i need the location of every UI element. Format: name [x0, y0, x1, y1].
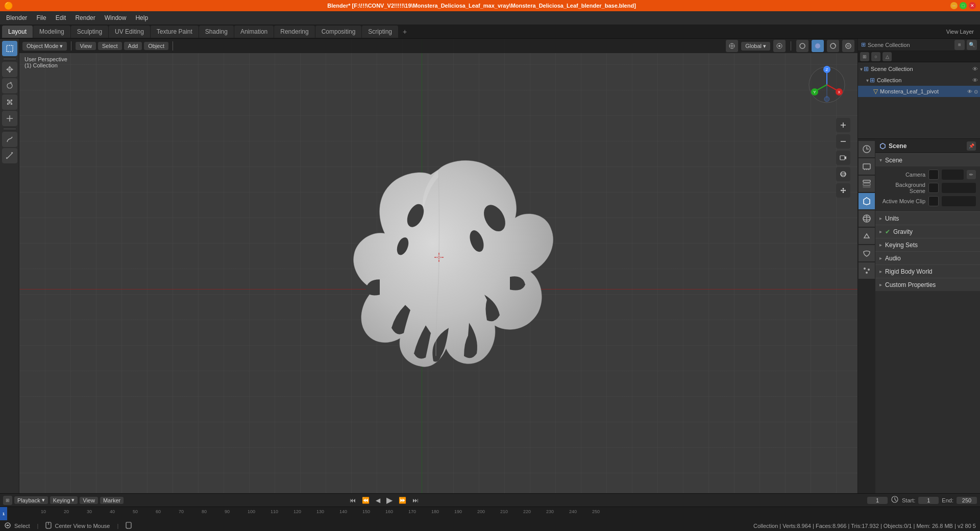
- tab-compositing[interactable]: Compositing: [315, 26, 362, 38]
- timeline-mode-button[interactable]: ⊞: [3, 496, 12, 505]
- gravity-checkbox[interactable]: ✔: [885, 228, 890, 235]
- tab-layout[interactable]: Layout: [2, 26, 33, 38]
- outliner-collection[interactable]: ▾ ⊞ Collection 👁: [858, 75, 980, 86]
- outliner-object-row[interactable]: ▽ Monstera_Leaf_1_pivot 👁 ⊙: [858, 86, 980, 97]
- close-button[interactable]: ✕: [969, 2, 976, 9]
- zoom-out-button[interactable]: [836, 134, 850, 149]
- select-tool-button[interactable]: [2, 41, 17, 56]
- step-back-button[interactable]: ⏪: [360, 496, 371, 504]
- solid-shading-button[interactable]: [812, 40, 824, 52]
- zoom-in-button[interactable]: [836, 118, 850, 132]
- gravity-section-header[interactable]: ▸ ✔ Gravity: [875, 225, 980, 238]
- menu-file[interactable]: File: [32, 13, 50, 23]
- movie-clip-swatch[interactable]: [928, 196, 939, 206]
- minimize-button[interactable]: ─: [950, 2, 958, 9]
- outliner-filter-button[interactable]: ≡: [954, 40, 965, 50]
- camera-edit-button[interactable]: ✏: [967, 170, 976, 179]
- svg-point-45: [864, 268, 866, 270]
- outliner-scene-collection[interactable]: ▾ ⊞ Scene Collection 👁: [858, 63, 980, 75]
- object-menu-button[interactable]: Object: [144, 42, 168, 50]
- filter-all-button[interactable]: ⊞: [860, 52, 869, 61]
- orbit-button[interactable]: [836, 167, 850, 181]
- scene-section-header[interactable]: ▾ Scene: [875, 153, 980, 166]
- keying-sets-section-header[interactable]: ▸ Keying Sets: [875, 238, 980, 251]
- prop-tab-scene[interactable]: [859, 193, 875, 209]
- rotate-tool-button[interactable]: [2, 78, 17, 93]
- transform-space-button[interactable]: Global ▾: [741, 42, 770, 51]
- tab-animation[interactable]: Animation: [234, 26, 274, 38]
- play-button[interactable]: ▶: [385, 495, 394, 505]
- tab-modeling[interactable]: Modeling: [33, 26, 70, 38]
- camera-view-button[interactable]: [836, 151, 850, 165]
- transform-tool-button[interactable]: [2, 111, 17, 126]
- object-render-icon[interactable]: ⊙: [974, 89, 978, 94]
- rigid-body-world-section-header[interactable]: ▸ Rigid Body World: [875, 264, 980, 278]
- material-shading-button[interactable]: [827, 40, 839, 52]
- play-back-button[interactable]: ◀: [374, 496, 382, 504]
- scale-tool-button[interactable]: [2, 94, 17, 110]
- collection-vis[interactable]: 👁: [972, 77, 978, 83]
- maximize-button[interactable]: □: [960, 2, 967, 9]
- camera-row: Camera ✏: [879, 170, 976, 180]
- menu-window[interactable]: Window: [101, 13, 131, 23]
- prop-tab-view-layer[interactable]: [859, 176, 875, 192]
- tab-sculpting[interactable]: Sculpting: [71, 26, 108, 38]
- bg-scene-value[interactable]: [942, 183, 976, 193]
- movie-clip-value[interactable]: [942, 196, 976, 206]
- tab-texture-paint[interactable]: Texture Paint: [151, 26, 199, 38]
- custom-props-section-header[interactable]: ▸ Custom Properties: [875, 278, 980, 291]
- menu-edit[interactable]: Edit: [52, 13, 70, 23]
- bg-scene-swatch[interactable]: [928, 183, 939, 193]
- select-menu-button[interactable]: Select: [98, 42, 122, 50]
- outliner-search-button[interactable]: 🔍: [967, 40, 977, 50]
- viewport-snap-button[interactable]: [726, 40, 738, 52]
- timeline-ruler[interactable]: 1 10 20 30 40 50 60 70 80 90 100 110 120…: [0, 507, 980, 520]
- menu-help[interactable]: Help: [131, 13, 152, 23]
- navigation-gizmo[interactable]: Z X Y: [806, 64, 847, 115]
- end-frame-field[interactable]: 250: [957, 497, 977, 504]
- go-to-end-button[interactable]: ⏭: [411, 496, 420, 504]
- add-workspace-button[interactable]: +: [399, 26, 411, 38]
- prop-tab-render[interactable]: [859, 141, 875, 157]
- add-menu-button[interactable]: Add: [124, 42, 142, 50]
- view-menu-button[interactable]: View: [76, 42, 96, 50]
- proportional-edit-button[interactable]: [773, 40, 786, 52]
- tab-rendering[interactable]: Rendering: [274, 26, 314, 38]
- tab-shading[interactable]: Shading: [199, 26, 234, 38]
- tab-scripting[interactable]: Scripting: [362, 26, 398, 38]
- annotate-tool-button[interactable]: [2, 132, 17, 147]
- camera-value[interactable]: [942, 170, 964, 180]
- menu-blender[interactable]: Blender: [2, 13, 31, 23]
- mode-select-button[interactable]: Object Mode ▾: [22, 42, 67, 51]
- object-vis-icon[interactable]: 👁: [967, 89, 972, 94]
- marker-menu-button[interactable]: Marker: [100, 497, 124, 504]
- menu-render[interactable]: Render: [71, 13, 99, 23]
- keying-menu-button[interactable]: Keying ▾: [50, 496, 78, 504]
- audio-section-header[interactable]: ▸ Audio: [875, 251, 980, 264]
- wireframe-shading-button[interactable]: [796, 40, 808, 52]
- prop-tab-object[interactable]: [859, 228, 875, 244]
- prop-tab-output[interactable]: [859, 158, 875, 175]
- playback-menu-button[interactable]: Playback ▾: [14, 496, 48, 504]
- rendered-shading-button[interactable]: [842, 40, 854, 52]
- filter-objects-button[interactable]: ○: [871, 52, 880, 61]
- viewport[interactable]: Object Mode ▾ View Select Add Object Glo…: [19, 39, 857, 493]
- view-menu-button-tl[interactable]: View: [80, 497, 98, 504]
- pan-button[interactable]: [836, 183, 850, 198]
- prop-tab-particles[interactable]: [859, 262, 875, 279]
- go-to-start-button[interactable]: ⏮: [348, 496, 357, 504]
- filter-mesh-button[interactable]: △: [883, 52, 892, 61]
- step-forward-button[interactable]: ⏩: [397, 496, 408, 504]
- prop-tab-modifiers[interactable]: [859, 245, 875, 261]
- camera-swatch[interactable]: [928, 170, 939, 180]
- prop-pin-button[interactable]: 📌: [967, 141, 976, 151]
- tab-uv-editing[interactable]: UV Editing: [109, 26, 150, 38]
- current-frame-field[interactable]: 1: [867, 497, 888, 504]
- frame-1-marker[interactable]: 1: [0, 507, 7, 520]
- scene-collection-vis[interactable]: 👁: [972, 66, 978, 72]
- units-section-header[interactable]: ▸ Units: [875, 211, 980, 225]
- start-frame-field[interactable]: 1: [918, 497, 939, 504]
- prop-tab-world[interactable]: [859, 210, 875, 227]
- move-tool-button[interactable]: [2, 62, 17, 77]
- measure-tool-button[interactable]: [2, 148, 17, 163]
